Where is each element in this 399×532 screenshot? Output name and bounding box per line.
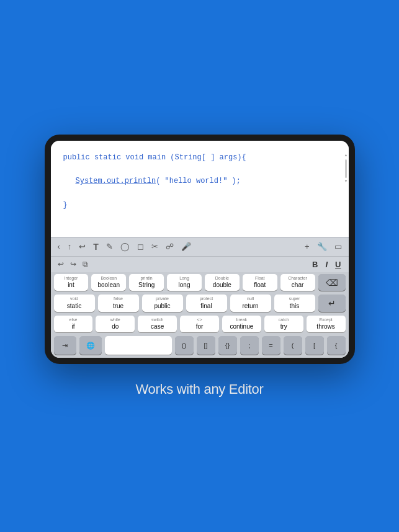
- paren-key[interactable]: (): [175, 336, 194, 355]
- key-if[interactable]: else if: [54, 316, 93, 332]
- underline-button[interactable]: U: [333, 259, 343, 270]
- code-line-1: public static void main (String[ ] args)…: [63, 152, 336, 164]
- key-boolean[interactable]: Boolean boolean: [91, 274, 126, 291]
- bold-button[interactable]: B: [310, 259, 320, 270]
- copy-button[interactable]: ⧉: [81, 259, 90, 270]
- scrollbar[interactable]: ▲ ▼: [345, 153, 347, 190]
- backspace-key[interactable]: ⌫: [318, 274, 346, 291]
- keyboard-row-2: void static false true private public pr…: [51, 293, 349, 313]
- key-try[interactable]: catch try: [264, 316, 303, 332]
- key-int[interactable]: Integer int: [54, 274, 89, 291]
- key-string[interactable]: println String: [129, 274, 164, 291]
- add-icon[interactable]: +: [303, 241, 312, 252]
- format-bar: ↩ ↪ ⧉ B I U: [51, 256, 349, 272]
- equals-key[interactable]: =: [262, 336, 280, 355]
- semicolon-key[interactable]: ;: [240, 336, 259, 355]
- shape-icon[interactable]: ◯: [119, 241, 132, 252]
- editor-area: public static void main (String[ ] args)…: [51, 141, 349, 237]
- redo-button[interactable]: ↪: [68, 259, 78, 270]
- globe-key[interactable]: 🌐: [79, 336, 102, 355]
- toolbar: ‹ ↑ ↩ T ✎ ◯ ◻ ✂ ☍ 🎤 + 🔧 ▭: [51, 237, 349, 256]
- key-case[interactable]: switch case: [138, 316, 177, 332]
- pencil-icon[interactable]: ✎: [104, 241, 115, 252]
- key-static[interactable]: void static: [54, 295, 95, 311]
- scroll-up-arrow[interactable]: ▲: [344, 153, 349, 158]
- scroll-down-arrow[interactable]: ▼: [344, 179, 349, 184]
- eraser-icon[interactable]: ◻: [135, 241, 146, 252]
- scissors-icon[interactable]: ✂: [150, 241, 160, 252]
- enter-key[interactable]: ↵: [318, 295, 346, 311]
- text-icon[interactable]: T: [91, 241, 101, 253]
- key-char[interactable]: Character char: [280, 274, 315, 291]
- open-curly-key[interactable]: {: [327, 336, 346, 355]
- lasso-icon[interactable]: ☍: [164, 241, 176, 252]
- key-double[interactable]: Double double: [205, 274, 240, 291]
- scroll-track: [345, 159, 347, 178]
- curly-key[interactable]: {}: [218, 336, 237, 355]
- tablet-screen: public static void main (String[ ] args)…: [51, 141, 349, 358]
- key-float[interactable]: Float float: [243, 274, 277, 291]
- key-public[interactable]: private public: [142, 295, 183, 311]
- key-true[interactable]: false true: [98, 295, 139, 311]
- keyboard-row-3: else if while do switch case <> for: [51, 314, 349, 334]
- mic-icon[interactable]: 🎤: [179, 241, 193, 252]
- keyboard-row-1: Integer int Boolean boolean println Stri…: [51, 272, 349, 293]
- key-final[interactable]: protect final: [186, 295, 227, 311]
- key-long[interactable]: Long long: [167, 274, 202, 291]
- undo-icon[interactable]: ↩: [77, 241, 87, 252]
- undo-button[interactable]: ↩: [56, 259, 66, 270]
- tablet-frame: public static void main (String[ ] args)…: [45, 135, 355, 364]
- open-bracket-key[interactable]: [: [305, 336, 324, 355]
- share-icon[interactable]: ↑: [66, 241, 74, 252]
- keyboard: Integer int Boolean boolean println Stri…: [51, 272, 349, 358]
- italic-button[interactable]: I: [323, 259, 330, 270]
- spacebar[interactable]: [105, 336, 172, 355]
- key-for[interactable]: <> for: [180, 316, 219, 332]
- bracket-key[interactable]: []: [197, 336, 215, 355]
- wrench-icon[interactable]: 🔧: [315, 241, 329, 252]
- key-continue[interactable]: break continue: [222, 316, 261, 332]
- keyboard-bottom-row: ⇥ 🌐 () [] {} ; = ( [ {: [51, 334, 349, 358]
- key-throws[interactable]: Except throws: [307, 316, 346, 332]
- back-icon[interactable]: ‹: [56, 241, 62, 252]
- open-paren-key[interactable]: (: [284, 336, 302, 355]
- display-icon[interactable]: ▭: [333, 241, 344, 252]
- code-line-3: System.out.println( "hello world!" );: [63, 175, 336, 187]
- device-wrapper: public static void main (String[ ] args)…: [45, 135, 355, 397]
- code-line-4: [63, 188, 336, 200]
- key-do[interactable]: while do: [96, 316, 135, 332]
- code-line-5: }: [63, 200, 336, 211]
- tab-key[interactable]: ⇥: [54, 336, 76, 355]
- code-line-2: [63, 164, 336, 175]
- key-this[interactable]: super this: [274, 295, 315, 311]
- key-return[interactable]: null return: [230, 295, 271, 311]
- bottom-label: Works with any Editor: [135, 381, 263, 397]
